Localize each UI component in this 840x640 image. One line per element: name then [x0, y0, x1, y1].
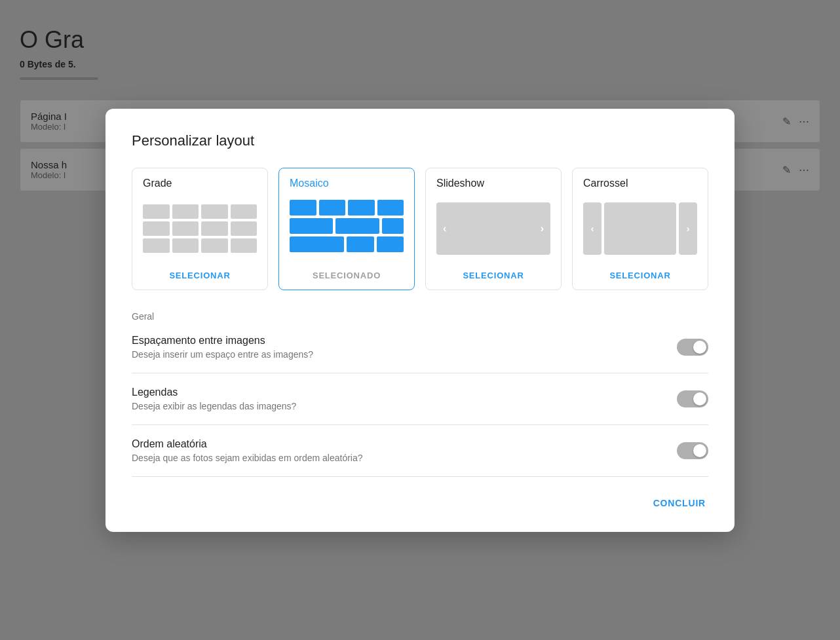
setting-row-spacing: Espaçamento entre imagens Deseja inserir… — [132, 335, 708, 373]
mosaic-row-3 — [290, 236, 404, 252]
setting-text-captions: Legendas Deseja exibir as legendas das i… — [132, 386, 296, 411]
mosaic-cell-wide — [290, 218, 333, 234]
setting-desc-captions: Deseja exibir as legendas das imagens? — [132, 401, 296, 411]
carousel-right-arrow: › — [679, 202, 697, 255]
grade-grid — [143, 204, 257, 253]
grid-cell — [231, 204, 258, 219]
mosaic-cell — [377, 236, 404, 252]
mosaico-selected-button: SELECIONADO — [279, 261, 414, 290]
slideshow-left-arrow: ‹ — [443, 223, 446, 235]
mosaico-label: Mosaico — [279, 168, 414, 196]
setting-text-random: Ordem aleatória Deseja que as fotos seja… — [132, 438, 363, 463]
grid-cell — [172, 238, 199, 253]
grade-preview — [132, 196, 267, 261]
modal-overlay: Personalizar layout Grade — [0, 0, 840, 640]
layout-card-carrossel[interactable]: Carrossel ‹ › SELECIONAR — [572, 168, 708, 290]
slideshow-select-button[interactable]: SELECIONAR — [426, 261, 561, 290]
layout-cards-container: Grade — [132, 168, 708, 290]
toggle-knob-spacing — [693, 341, 706, 354]
setting-row-captions: Legendas Deseja exibir as legendas das i… — [132, 373, 708, 425]
grid-cell — [143, 204, 170, 219]
mosaic-cell-wide — [290, 236, 344, 252]
customize-layout-modal: Personalizar layout Grade — [105, 109, 735, 532]
settings-container: Espaçamento entre imagens Deseja inserir… — [132, 335, 708, 477]
grid-cell — [231, 238, 258, 253]
slideshow-label: Slideshow — [426, 168, 561, 196]
setting-title-captions: Legendas — [132, 386, 296, 398]
concluir-button[interactable]: CONCLUIR — [651, 493, 708, 514]
layout-card-grade[interactable]: Grade — [132, 168, 268, 290]
toggle-knob-captions — [693, 392, 706, 405]
grid-cell — [143, 238, 170, 253]
mosaic-grid — [290, 200, 404, 257]
carrossel-label: Carrossel — [573, 168, 708, 196]
layout-card-slideshow[interactable]: Slideshow ‹ › SELECIONAR — [425, 168, 562, 290]
mosaic-cell — [347, 236, 374, 252]
carousel-display: ‹ › — [583, 202, 697, 255]
toggle-spacing[interactable] — [677, 339, 708, 356]
modal-title: Personalizar layout — [132, 132, 708, 149]
setting-desc-random: Deseja que as fotos sejam exibidas em or… — [132, 453, 363, 463]
setting-text-spacing: Espaçamento entre imagens Deseja inserir… — [132, 335, 313, 360]
slideshow-display: ‹ › — [436, 202, 550, 255]
grid-cell — [172, 221, 199, 236]
mosaic-cell — [319, 200, 346, 216]
carrossel-select-button[interactable]: SELECIONAR — [573, 261, 708, 290]
grade-label: Grade — [132, 168, 267, 196]
toggle-knob-random — [693, 444, 706, 457]
carrossel-preview: ‹ › — [573, 196, 708, 261]
mosaic-cell — [348, 200, 375, 216]
grid-cell — [143, 221, 170, 236]
slideshow-right-arrow: › — [541, 223, 544, 235]
carousel-left-arrow: ‹ — [583, 202, 601, 255]
mosaico-preview — [279, 196, 414, 261]
grid-cell — [172, 204, 199, 219]
setting-title-random: Ordem aleatória — [132, 438, 363, 450]
section-label: Geral — [132, 311, 708, 322]
carousel-main-panel — [604, 202, 676, 255]
slideshow-preview: ‹ › — [426, 196, 561, 261]
toggle-random[interactable] — [677, 442, 708, 459]
mosaic-cell — [290, 200, 316, 216]
setting-title-spacing: Espaçamento entre imagens — [132, 335, 313, 347]
setting-row-random: Ordem aleatória Deseja que as fotos seja… — [132, 425, 708, 477]
grid-cell — [201, 238, 228, 253]
mosaic-cell — [382, 218, 404, 234]
mosaic-row-2 — [290, 218, 404, 234]
modal-footer: CONCLUIR — [132, 477, 708, 514]
mosaic-row-1 — [290, 200, 404, 216]
grade-select-button[interactable]: SELECIONAR — [132, 261, 267, 290]
toggle-captions[interactable] — [677, 390, 708, 407]
mosaic-cell — [377, 200, 404, 216]
grid-cell — [201, 204, 228, 219]
mosaic-cell-wide — [335, 218, 379, 234]
layout-card-mosaico[interactable]: Mosaico — [278, 168, 415, 290]
grid-cell — [231, 221, 258, 236]
setting-desc-spacing: Deseja inserir um espaço entre as imagen… — [132, 349, 313, 360]
grid-cell — [201, 221, 228, 236]
